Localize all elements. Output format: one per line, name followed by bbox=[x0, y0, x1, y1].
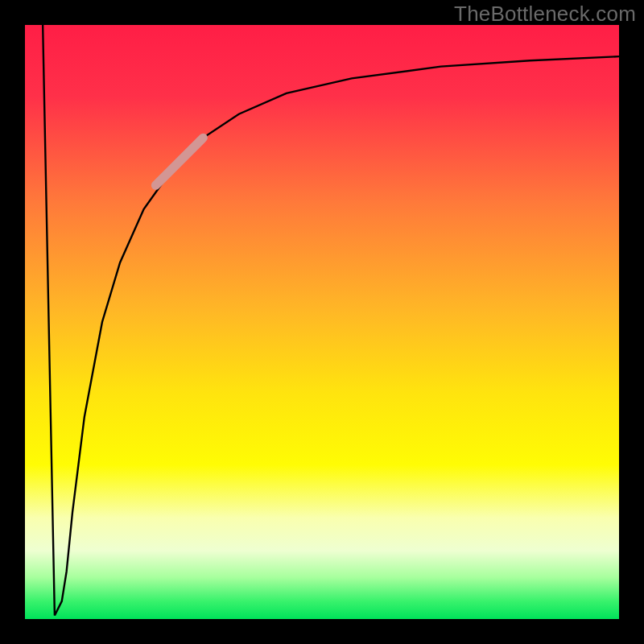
plot-background bbox=[25, 25, 619, 619]
chart-canvas bbox=[0, 0, 644, 644]
watermark-text: TheBottleneck.com bbox=[454, 2, 636, 27]
